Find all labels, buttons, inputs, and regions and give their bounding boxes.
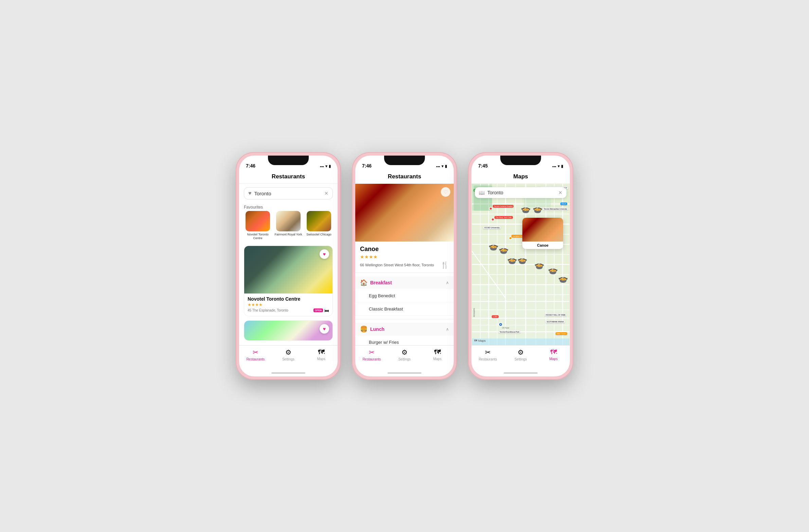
- page-title-2: Restaurants: [388, 173, 421, 180]
- fav-img-1: [276, 211, 300, 231]
- svg-rect-31: [472, 338, 570, 345]
- heart-icon-1: ♥: [248, 190, 252, 196]
- egg-benedict-label: Egg Benedict: [369, 293, 395, 298]
- fav-item-0[interactable]: Novotel Toronto Centre: [244, 211, 272, 240]
- fav-img-0: [245, 211, 270, 231]
- tab-settings-label-1: Settings: [282, 357, 294, 361]
- tab-settings-1[interactable]: ⚙ Settings: [272, 348, 305, 361]
- menu-section-lunch: 🍔 Lunch ∧ Burger w/ Fries Steak Sandwich…: [355, 323, 454, 345]
- map-container: Queen's Park CHURCH AND WELLESLEY Toront…: [471, 184, 570, 345]
- signal-dots-icon-3: ▪▪▪: [552, 165, 556, 169]
- home-indicator-1: [239, 370, 338, 376]
- breakfast-left: 🏠 Breakfast: [360, 279, 392, 286]
- favourites-label: Favourites: [239, 203, 338, 211]
- tab-restaurants-2[interactable]: ✂ Restaurants: [355, 348, 388, 361]
- menu-divider: [355, 272, 454, 273]
- food-pin-2: 🍲: [533, 205, 543, 214]
- map-search-text: Toronto: [487, 190, 556, 195]
- fav-name-0: Novotel Toronto Centre: [244, 233, 272, 240]
- content-2: ♡ Canoe ★★★★ 66 Wellington Street West 5…: [355, 184, 454, 345]
- restaurant-img-0: [244, 246, 332, 293]
- tab-maps-label-2: Maps: [433, 357, 441, 361]
- tab-bar-2: ✂ Restaurants ⚙ Settings 🗺 Maps: [355, 345, 454, 370]
- map-search-overlay[interactable]: 📖 Toronto ✕: [475, 187, 567, 198]
- nav-header-2: Restaurants: [355, 171, 454, 184]
- street-label-cn: CN Tower: [502, 327, 510, 329]
- open-badge-0: OPEN: [313, 308, 323, 312]
- burger-label: Burger w/ Fries: [369, 340, 399, 345]
- home-indicator-3: [471, 370, 570, 376]
- maps-brand-icon: 🗺: [474, 339, 477, 342]
- food-pin-5: 🍲: [499, 245, 509, 255]
- wifi-icon: ▾: [325, 164, 327, 169]
- restaurant-card-0[interactable]: ♥ Novotel Toronto Centre ★★★★ 45 The Esp…: [244, 246, 333, 316]
- restaurant-stars: ★★★★: [360, 254, 449, 260]
- map-clear-icon[interactable]: ✕: [558, 190, 563, 195]
- lunch-header[interactable]: 🍔 Lunch ∧: [355, 323, 454, 336]
- maps-brand-text: Maps: [478, 339, 486, 342]
- clear-icon-1[interactable]: ✕: [324, 191, 328, 196]
- status-time-3: 7:45: [478, 163, 488, 169]
- food-pin-10: 🍲: [558, 274, 568, 284]
- tab-maps-label-3: Maps: [549, 357, 557, 361]
- map-label-sick-children: The Hosp. Sick Child.: [495, 216, 513, 219]
- status-time-1: 7:46: [246, 163, 255, 169]
- status-icons-3: ▪▪▪ ▾ ▮: [552, 164, 563, 169]
- cn-tower-dot: ★: [499, 322, 503, 326]
- tab-maps-3[interactable]: 🗺 Maps: [537, 348, 570, 361]
- nav-header-1: Restaurants: [239, 171, 338, 184]
- tab-settings-label-2: Settings: [398, 357, 411, 361]
- breakfast-header[interactable]: 🏠 Breakfast ∧: [355, 276, 454, 289]
- search-text-1: Toronto: [254, 191, 322, 196]
- tab-settings-3[interactable]: ⚙ Settings: [504, 348, 537, 361]
- fav-item-1[interactable]: Fairmont Royal York: [274, 211, 302, 240]
- tab-maps-2[interactable]: 🗺 Maps: [421, 348, 454, 361]
- food-pin-8: 🍲: [534, 261, 545, 270]
- wifi-icon-3: ▾: [558, 164, 560, 169]
- food-pin-1: 🍲: [521, 205, 531, 214]
- phone-1: 7:46 ▪▪▪ ▾ ▮ Restaurants ♥ Toronto ✕ Fav…: [236, 152, 341, 380]
- heart-badge-1[interactable]: ♥: [320, 324, 329, 333]
- tab-restaurants-label-2: Restaurants: [362, 357, 381, 361]
- tab-restaurants-3[interactable]: ✂ Restaurants: [471, 348, 504, 361]
- street-label-rogers: ROGERS: [473, 308, 475, 317]
- food-pin-7: 🍲: [517, 256, 528, 265]
- tab-settings-2[interactable]: ⚙ Settings: [388, 348, 421, 361]
- tab-restaurants-1[interactable]: ✂ Restaurants: [239, 348, 272, 361]
- popup-name: Canoe: [522, 242, 563, 249]
- card-addr-0: 45 The Esplanade, Toronto: [247, 308, 288, 312]
- heart-badge-0[interactable]: ♥: [320, 250, 329, 259]
- nav-header-3: Maps: [471, 171, 570, 184]
- map-label-ocad: OCAD University: [483, 226, 501, 229]
- menu-item-egg-benedict[interactable]: Egg Benedict: [355, 289, 454, 302]
- sick-children-dot: [491, 218, 495, 221]
- hospital-dot: [489, 207, 493, 210]
- map-popup-canoe[interactable]: Canoe: [522, 218, 563, 249]
- settings-icon-3: ⚙: [518, 348, 524, 356]
- restaurants-icon-1: ✂: [253, 348, 258, 356]
- breakfast-chevron: ∧: [446, 280, 449, 285]
- maps-icon-3: 🗺: [550, 348, 557, 356]
- phone-2: 7:46 ▪▪▪ ▾ ▮ Restaurants ♡ Canoe ★★★★ 66…: [352, 152, 457, 380]
- restaurant-card-1[interactable]: ♥: [244, 320, 333, 341]
- map-label-scotiabank: SCOTIABANK ARENA: [546, 320, 565, 323]
- menu-item-burger[interactable]: Burger w/ Fries: [355, 336, 454, 345]
- menu-section-breakfast: 🏠 Breakfast ∧ Egg Benedict Classic Break…: [355, 276, 454, 315]
- tab-maps-1[interactable]: 🗺 Maps: [305, 348, 338, 361]
- content-1: ♥ Toronto ✕ Favourites Novotel Toronto C…: [239, 184, 338, 345]
- hero-heart-icon[interactable]: ♡: [441, 187, 450, 197]
- status-icons-1: ▪▪▪ ▾ ▮: [320, 164, 331, 169]
- menu-divider-2: [355, 319, 454, 319]
- apple-maps-logo: 🗺 Maps: [474, 339, 486, 342]
- classic-breakfast-label: Classic Breakfast: [369, 306, 403, 311]
- restaurants-icon-2: ✂: [369, 348, 375, 356]
- food-pin-4: 🍲: [488, 242, 499, 252]
- search-box-1[interactable]: ♥ Toronto ✕: [244, 187, 333, 200]
- signal-dots-icon: ▪▪▪: [320, 165, 324, 169]
- fav-item-2[interactable]: Swissotel Chicago: [305, 211, 333, 240]
- menu-item-classic-breakfast[interactable]: Classic Breakfast: [355, 302, 454, 315]
- fav-img-2: [307, 211, 331, 231]
- map-label-toronto-metro: Toronto Metropolitan University: [543, 208, 568, 210]
- status-time-2: 7:46: [362, 163, 372, 169]
- tab-restaurants-label-1: Restaurants: [246, 357, 264, 361]
